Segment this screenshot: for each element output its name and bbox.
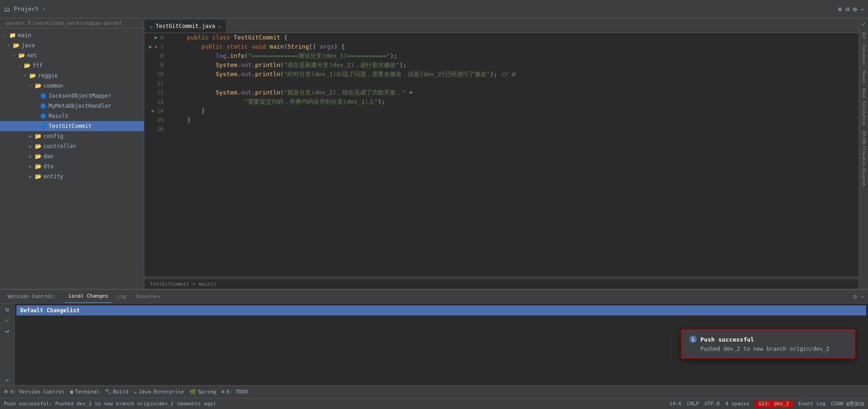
folder-icon: 📂 bbox=[35, 143, 42, 149]
app-window: 🗂 Project ▾ ⊕ ⊟ ⚙ − -parent D:\work\idea… bbox=[0, 0, 868, 409]
split-icon[interactable]: ⊟ bbox=[846, 6, 849, 13]
vc-tab-close-icon[interactable]: ✕ bbox=[158, 294, 160, 299]
tool-todo[interactable]: ≡ 6: TODO bbox=[222, 389, 248, 395]
vc-minimize-icon[interactable]: − bbox=[861, 293, 864, 300]
vc-refresh-icon[interactable]: ↻ bbox=[5, 305, 9, 313]
sidebar-item-result[interactable]: 🔵 Result bbox=[0, 111, 144, 121]
sidebar-item-entity[interactable]: ▶ 📂 entity bbox=[0, 171, 144, 182]
tree-label: common bbox=[44, 83, 63, 89]
tree-label: java bbox=[22, 42, 35, 49]
code-line-9: System.out.println("现在是新建分支(dev_2)，进行首次修… bbox=[173, 61, 853, 70]
globe-icon[interactable]: ⊕ bbox=[838, 6, 841, 13]
code-line-6: public class TestGitCommit { bbox=[173, 33, 853, 42]
vc-check-icon[interactable]: ✓ bbox=[5, 316, 9, 324]
cursor-position[interactable]: 14:6 bbox=[669, 401, 682, 407]
toolbar-icons: ⊕ ⊟ ⚙ − bbox=[838, 6, 864, 13]
arrow-icon: ▶ bbox=[29, 144, 35, 149]
arrow-icon: ▶ bbox=[29, 134, 35, 138]
far-right-strip: ✓ Ant Database Maven Bean Validation BP/… bbox=[859, 18, 868, 289]
vc-expand-icon[interactable]: » bbox=[5, 377, 9, 383]
sidebar-item-common[interactable]: ▾ 📂 common bbox=[0, 81, 144, 91]
line-separator[interactable]: CRLF bbox=[687, 401, 699, 407]
breadcrumb: TestGitCommit > main() bbox=[150, 281, 217, 287]
vc-tab-local-changes[interactable]: Local Changes bbox=[65, 290, 112, 303]
settings-icon[interactable]: ⚙ bbox=[853, 6, 857, 13]
bean-validation-label[interactable]: Bean Validation bbox=[862, 86, 866, 128]
ant-label[interactable]: Ant bbox=[862, 29, 866, 42]
sidebar-item-jackson[interactable]: 🔵 JacksonObjectMapper bbox=[0, 91, 144, 101]
sidebar-item-controller[interactable]: ▶ 📂 controller bbox=[0, 141, 144, 151]
line-num-7: ▶ ◈ 7 bbox=[148, 42, 164, 51]
tab-label: TestGitCommit.java bbox=[156, 23, 215, 29]
csdn-link[interactable]: CSDN @恩加油 bbox=[831, 400, 864, 407]
vc-settings-icon[interactable]: ⚙ bbox=[853, 293, 857, 300]
status-bar: Push successful: Pushed dev_2 to new bra… bbox=[0, 398, 868, 409]
code-line-7: public static void main(String[] args) { bbox=[173, 42, 853, 51]
code-editor: ▶ 6 ▶ ◈ 7 8 9 10 11 12 13 ◈ bbox=[144, 33, 859, 276]
tool-spring[interactable]: 🌿 Spring bbox=[190, 389, 216, 395]
tree-label: config bbox=[44, 133, 63, 139]
sidebar-item-reggie[interactable]: ▾ 📂 reggie bbox=[0, 71, 144, 81]
breadcrumb-bar: TestGitCommit > main() bbox=[144, 279, 859, 289]
top-check-icon[interactable]: ✓ bbox=[860, 18, 867, 29]
editor-tab-testgitcommit[interactable]: ☕ TestGitCommit.java ✕ bbox=[144, 20, 227, 33]
tab-close-button[interactable]: ✕ bbox=[218, 24, 221, 29]
dropdown-icon[interactable]: ▾ bbox=[43, 6, 45, 11]
arrow-icon: ▶ bbox=[29, 154, 35, 159]
sidebar-item-java[interactable]: ▾ 📂 java bbox=[0, 40, 144, 50]
tree-label: reggie bbox=[38, 72, 58, 79]
git-branch-indicator[interactable]: Git: dev_2 bbox=[755, 400, 792, 407]
tree-label: main bbox=[18, 32, 31, 39]
line-numbers: ▶ 6 ▶ ◈ 7 8 9 10 11 12 13 ◈ bbox=[144, 33, 167, 276]
sidebar-tree[interactable]: ▾ 📁 main ▾ 📂 java ▾ 📂 net bbox=[0, 28, 144, 289]
code-content[interactable]: public class TestGitCommit { public stat… bbox=[167, 33, 859, 276]
tree-label: entity bbox=[44, 173, 63, 180]
vc-tab-log[interactable]: Log bbox=[114, 290, 130, 303]
code-line-11 bbox=[173, 79, 853, 88]
sidebar-item-fff[interactable]: ▾ 📂 fff bbox=[0, 61, 144, 71]
run-gutter-icon[interactable]: ▶ bbox=[155, 33, 158, 42]
encoding[interactable]: UTF-8 bbox=[704, 401, 720, 407]
todo-label: 6: TODO bbox=[226, 389, 247, 395]
folder-icon: 📂 bbox=[29, 72, 36, 79]
java-file-icon: 🔵 bbox=[40, 123, 47, 129]
tree-label: MyMetaObjectHandler bbox=[49, 103, 111, 109]
code-line-15: } bbox=[173, 116, 853, 125]
sidebar-item-config[interactable]: ▶ 📂 config bbox=[0, 131, 144, 141]
tree-label: TestGitCommit bbox=[49, 123, 92, 129]
project-label[interactable]: Project bbox=[14, 6, 39, 12]
sidebar-path: -parent D:\work\idea_work\reggie-parent bbox=[0, 18, 144, 28]
folder-icon: 📂 bbox=[13, 42, 20, 49]
sidebar-item-main[interactable]: ▾ 📁 main bbox=[0, 30, 144, 40]
maven-label[interactable]: Maven bbox=[862, 68, 866, 86]
event-log[interactable]: Event Log bbox=[798, 401, 826, 407]
arrow-icon: ▾ bbox=[29, 83, 35, 88]
arrow-icon: ▾ bbox=[4, 33, 9, 38]
tool-build[interactable]: 🔨 Build bbox=[105, 389, 128, 395]
push-title-text: Push successful bbox=[700, 336, 754, 343]
line-num-8: 8 bbox=[148, 51, 164, 61]
tool-version-control[interactable]: ⑨ 9: Version Control bbox=[4, 389, 65, 395]
sidebar-item-dao[interactable]: ▶ 📂 dao bbox=[0, 151, 144, 161]
database-label[interactable]: Database bbox=[862, 42, 866, 67]
arrow-icon: ▾ bbox=[7, 43, 13, 48]
flowable-label[interactable]: BP/VN-Flowable-Diagram bbox=[862, 128, 866, 188]
run-gutter-icon[interactable]: ▶ bbox=[149, 42, 152, 51]
line-num-16: 16 bbox=[148, 125, 164, 134]
sidebar-item-net[interactable]: ▾ 📂 net bbox=[0, 50, 144, 61]
vc-tab-console[interactable]: Console ✕ bbox=[132, 290, 164, 303]
sidebar-item-mymeta[interactable]: 🔵 MyMetaObjectHandler bbox=[0, 101, 144, 111]
tool-terminal[interactable]: ▣ Terminal bbox=[70, 389, 99, 395]
line-num-14: ◈ 14 bbox=[148, 106, 164, 116]
line-num-10: 10 bbox=[148, 70, 164, 79]
bookmark-icon: ◈ bbox=[155, 42, 158, 51]
folder-icon: 📂 bbox=[35, 173, 42, 180]
folder-icon: 📁 bbox=[9, 32, 16, 39]
indent-info[interactable]: 4 spaces bbox=[725, 401, 749, 407]
tool-java-enterprise[interactable]: ☕ Java Enterprise bbox=[134, 389, 184, 395]
vc-undo-icon[interactable]: ↩ bbox=[5, 327, 9, 335]
sidebar-item-testgitcommit[interactable]: 🔵 TestGitCommit bbox=[0, 121, 144, 131]
sidebar-item-dto[interactable]: ▶ 📂 dto bbox=[0, 161, 144, 171]
minimize-icon[interactable]: − bbox=[861, 6, 864, 13]
changelist-header[interactable]: Default Changelist bbox=[16, 305, 866, 315]
